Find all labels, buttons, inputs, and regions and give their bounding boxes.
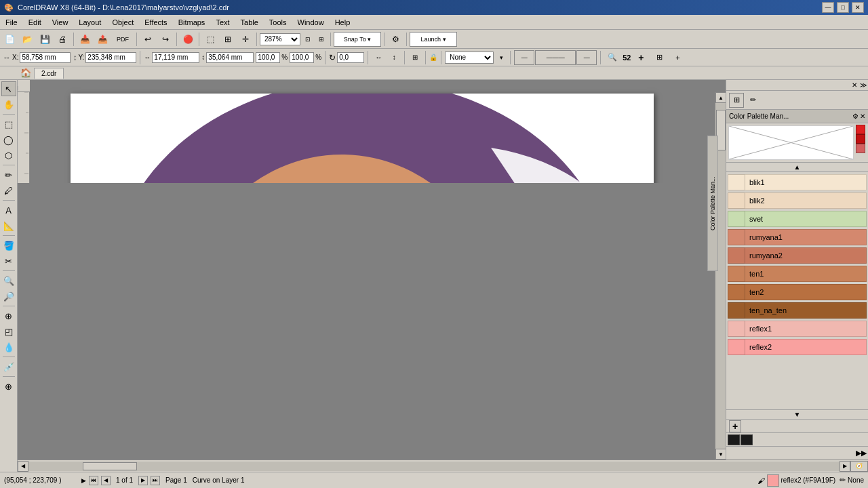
tool-polygon[interactable]: ⬡ — [1, 148, 16, 163]
palette-row-ten-na-ten[interactable]: ten_na_ten — [728, 302, 867, 319]
tool-freehand[interactable]: ✋ — [1, 97, 16, 112]
menu-edit[interactable]: Edit — [23, 17, 47, 28]
palette-row-reflex2[interactable]: reflex2 — [728, 338, 867, 356]
outline-type-btn[interactable]: ——— — [535, 50, 576, 65]
export-button[interactable]: 📤 — [94, 32, 111, 47]
tool-transparency[interactable]: 💧 — [1, 340, 16, 354]
flip-v-button[interactable]: ↕ — [387, 50, 401, 65]
tool-ellipse[interactable]: ◯ — [1, 132, 16, 147]
tool-pen[interactable]: ✏ — [1, 167, 16, 182]
palette-row-ten2[interactable]: ten2 — [728, 283, 867, 301]
dark-swatch[interactable] — [741, 434, 753, 445]
maximize-button[interactable]: □ — [837, 2, 849, 13]
small-swatch-2[interactable] — [856, 134, 865, 144]
angle-input[interactable] — [337, 52, 364, 63]
scale-x-input[interactable] — [256, 52, 280, 63]
palette-row-ten1[interactable]: ten1 — [728, 265, 867, 283]
flip-h-button[interactable]: ↔ — [372, 50, 385, 65]
vscroll-up-button[interactable]: ▲ — [715, 92, 726, 103]
menu-window[interactable]: Window — [292, 17, 330, 28]
x-input[interactable] — [20, 52, 71, 63]
grid-button[interactable]: ⊞ — [220, 32, 236, 47]
zoom-select[interactable]: ⊞ — [315, 32, 328, 47]
panel-close-icon[interactable]: ✕ — [852, 81, 857, 89]
fill-button[interactable]: 🔴 — [180, 32, 196, 47]
tool-dimension[interactable]: 📐 — [1, 218, 16, 233]
home-icon[interactable]: 🏠 — [20, 68, 31, 78]
tool-pointer[interactable]: ↖ — [1, 81, 16, 96]
minimize-button[interactable]: — — [822, 2, 834, 13]
panel-icon-pencil[interactable]: ✏ — [745, 93, 760, 108]
menu-layout[interactable]: Layout — [73, 17, 106, 28]
drawing-area[interactable] — [30, 80, 726, 183]
redo-button[interactable]: ↪ — [157, 32, 174, 47]
palette-scroll-down[interactable]: ▼ — [726, 409, 868, 419]
tool-rectangle[interactable]: ⬚ — [1, 117, 16, 131]
hscroll-right-button[interactable]: ▶ — [840, 461, 850, 472]
palette-scroll-up[interactable]: ▲ — [726, 163, 868, 172]
hscroll-left-button[interactable]: ◀ — [18, 461, 28, 472]
pdf-button[interactable]: PDF — [112, 32, 134, 47]
save-button[interactable]: 💾 — [37, 32, 53, 47]
mirror-button[interactable]: ⊞ — [408, 50, 422, 65]
fill-color-swatch[interactable] — [767, 474, 779, 487]
page-prev-button[interactable]: ◀ — [101, 476, 111, 485]
page-first-button[interactable]: ⏮ — [89, 476, 98, 485]
fill-dropdown[interactable]: None — [445, 52, 494, 64]
panel-icon-grid[interactable]: ⊞ — [729, 93, 744, 108]
guideline-button[interactable]: ✛ — [237, 32, 254, 47]
palette-settings-icon[interactable]: ⚙ — [852, 113, 859, 120]
h-input[interactable] — [206, 52, 254, 63]
palette-row-blik2[interactable]: blik2 — [728, 192, 867, 209]
palette-row-reflex1[interactable]: reflex1 — [728, 320, 867, 338]
palette-row-svet[interactable]: svet — [728, 210, 867, 228]
small-swatch-3[interactable] — [856, 144, 865, 153]
import-button[interactable]: 📥 — [77, 32, 93, 47]
print-button[interactable]: 🖨 — [54, 32, 71, 47]
canvas-area[interactable]: ▲ ▼ — [18, 80, 726, 460]
menu-bitmaps[interactable]: Bitmaps — [173, 17, 211, 28]
outline-width-btn[interactable]: — — [514, 50, 534, 65]
new-button[interactable]: 📄 — [1, 32, 18, 47]
tool-color-picker[interactable]: 💉 — [1, 359, 16, 374]
palette-row-rumyana1[interactable]: rumyana1 — [728, 228, 867, 246]
frame-button[interactable]: ⬚ — [202, 32, 218, 47]
palette-row-rumyana2[interactable]: rumyana2 — [728, 247, 867, 264]
menu-effects[interactable]: Effects — [139, 17, 172, 28]
zoom-in-button[interactable]: + — [633, 50, 649, 65]
menu-view[interactable]: View — [47, 17, 74, 28]
close-button[interactable]: ✕ — [852, 2, 864, 13]
page-next-button[interactable]: ▶ — [138, 476, 148, 485]
tool-zoom[interactable]: 🔍 — [1, 273, 16, 288]
nav-button[interactable]: 🧭 — [850, 461, 868, 472]
tool-add[interactable]: ⊕ — [1, 379, 16, 394]
tool-connector[interactable]: ⊕ — [1, 308, 16, 323]
tool-pan[interactable]: 🔎 — [1, 289, 16, 304]
y-input[interactable] — [85, 52, 136, 63]
menu-table[interactable]: Table — [235, 17, 264, 28]
options-button[interactable]: ⚙ — [387, 32, 403, 47]
snap-to-combo[interactable]: Snap To ▾ — [334, 32, 381, 47]
tool-cut[interactable]: ✂ — [1, 253, 16, 268]
zoom-nav-button[interactable]: + — [669, 50, 686, 65]
w-input[interactable] — [152, 52, 199, 63]
page-last-button[interactable]: ⏭ — [151, 476, 160, 485]
tool-fill[interactable]: 🪣 — [1, 238, 16, 253]
outline-end-btn[interactable]: — — [576, 50, 597, 65]
hscroll-track[interactable] — [28, 462, 840, 471]
hscroll-thumb[interactable] — [83, 462, 137, 470]
menu-file[interactable]: File — [0, 17, 23, 28]
palette-row-blik1[interactable]: blik1 — [728, 174, 867, 191]
tool-text[interactable]: A — [1, 203, 16, 218]
vscroll-down-button[interactable]: ▼ — [715, 449, 726, 460]
small-swatch-1[interactable] — [856, 125, 865, 134]
tool-shadow[interactable]: ◰ — [1, 324, 16, 339]
scale-y-input[interactable] — [290, 52, 314, 63]
tool-bezier[interactable]: 🖊 — [1, 183, 16, 198]
undo-button[interactable]: ↩ — [140, 32, 156, 47]
menu-text[interactable]: Text — [210, 17, 235, 28]
black-swatch[interactable] — [728, 434, 740, 445]
menu-help[interactable]: Help — [330, 17, 356, 28]
menu-object[interactable]: Object — [106, 17, 139, 28]
menu-tools[interactable]: Tools — [264, 17, 292, 28]
